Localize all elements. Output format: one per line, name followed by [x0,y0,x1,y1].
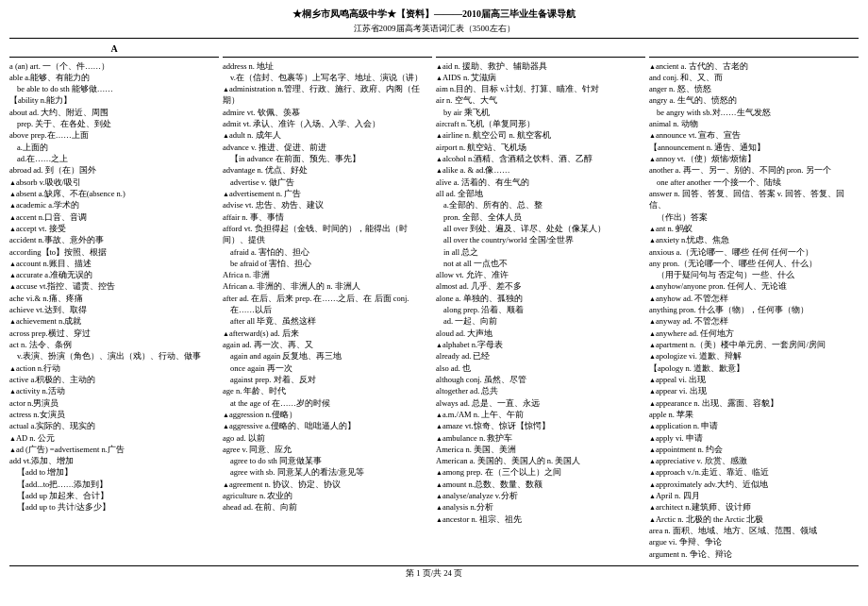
list-item: anger n. 怒、愤怒 [649,83,859,94]
list-item: a (an) art. 一（个、件……） [9,60,219,72]
list-item: ago ad. 以前 [223,432,432,444]
list-item: at the age of 在……岁的时候 [223,397,432,409]
list-item: ▲ant n. 蚂蚁 [649,223,859,234]
list-item: also ad. 也 [436,362,645,374]
list-item: actress n.女演员 [9,409,219,420]
list-item: admit vt. 承认、准许（入场、入学、入会） [223,118,432,129]
list-item: ▲AIDS n. 艾滋病 [436,72,645,83]
list-item: altogether ad. 总共 [436,385,645,396]
list-item: able a.能够、有能力的 [9,72,219,83]
list-item: ▲aggression n.侵略） [223,409,432,420]
list-item: ▲alphabet n.字母表 [436,339,645,350]
col1-header: A [9,42,219,58]
list-item: alone a. 单独的、孤独的 [436,293,645,304]
list-item: ▲analysis n.分析 [436,501,645,513]
list-item: angry a. 生气的、愤怒的 [649,94,859,106]
list-item: according【to】按照、根据 [9,246,219,258]
list-item: all over 到处、遍及、详尽、处处（像某人） [436,223,645,234]
list-item: admire vt. 钦佩、羡慕 [223,107,432,118]
list-item: v.在（信封、包裹等）上写名字、地址、演说（讲） [223,72,432,83]
list-item: answer n. 回答、答复、回信、答案 v. 回答、答复、回信、 [649,188,859,211]
list-item: ▲approximately adv.大约、近似地 [649,479,859,490]
list-item: （作出）答案 [649,211,859,223]
list-item: argue vi. 争辩、争论 [649,536,859,547]
list-item: ▲apartment n.（美）楼中单元房、一套房间/房间 [649,339,859,350]
col4-header [649,42,859,58]
list-item: ▲announce vt. 宣布、宣告 [649,129,859,141]
list-item: always ad. 总是、一直、永远 [436,397,645,409]
list-item: ▲administration n.管理、行政、施行、政府、内阁（任期） [223,83,432,107]
list-item: affair n. 事、事情 [223,211,432,223]
list-item: area n. 面积、地域、地方、区域、范围、领域 [649,525,859,536]
list-item: ▲application n. 申请 [649,420,859,431]
list-item: be able to do sth 能够做…… [9,83,219,94]
list-item: advertise v. 做广告 [223,177,432,188]
list-item: aircraft n.飞机（单复同形） [436,118,645,129]
list-item: all over the country/world 全国/全世界 [436,234,645,245]
list-item: agriculture n. 农业的 [223,490,432,501]
list-item: air n. 空气、大气 [436,94,645,106]
list-item: ▲airline n. 航空公司 n. 航空客机 [436,129,645,141]
list-item: across prep.横过、穿过 [9,328,219,339]
list-item: ▲annoy vt.（使）烦恼/烦恼】 [649,153,859,164]
list-item: ▲appeal vi. 出现 [649,374,859,385]
list-item: another a. 再一、另一、别的、不同的 pron. 另一个 [649,164,859,176]
list-item: 在……以后 [223,304,432,315]
list-item: ▲AD n. 公元 [9,432,219,444]
list-item: active a.积极的、主动的 [9,374,219,385]
list-item: ▲achievement n.成就 [9,315,219,327]
list-item: advise vt. 忠告、劝告、建议 [223,199,432,210]
list-item: any pron.（无论哪一个、哪些 任何人、什么） [649,258,859,269]
list-item: agree v. 同意、应允 [223,444,432,455]
list-item: 【add to 增加】 [9,466,219,478]
list-item: afford vt. 负担得起（金钱、时间的），能得出（时间）、提供 [223,223,432,246]
list-item: 【ability n.能力】 [9,94,219,106]
list-item: airport n. 航空站、飞机场 [436,142,645,153]
list-item: aloud ad. 大声地 [436,328,645,339]
list-item: ▲accurate a.准确无误的 [9,269,219,280]
list-item: Africa n. 非洲 [223,269,432,280]
list-item: ▲account n.账目、描述 [9,258,219,269]
list-item: be angry with sb.对……生气发怒 [649,107,859,118]
list-item: in all 总之 [436,246,645,258]
list-item: ▲amount n.总数、数量、数额 [436,479,645,490]
list-item: ▲afterward(s) ad. 后来 [223,328,432,339]
list-item: already ad. 已经 [436,350,645,362]
list-item: by air 乘飞机 [436,107,645,118]
list-item: once again 再一次 [223,362,432,374]
list-item: ▲academic a.学术的 [9,199,219,210]
list-item: ▲a.m./AM n. 上午、午前 [436,409,645,420]
list-item: ▲accent n.口音、音调 [9,211,219,223]
list-item: ad.在……之上 [9,153,219,164]
list-item: along prep. 沿着、顺着 [436,304,645,315]
list-item: allow vt. 允许、准许 [436,269,645,280]
list-item: a.全部的、所有的、总、整 [436,199,645,210]
list-item: ▲action n.行动 [9,362,219,374]
list-item: America n. 美国、美洲 [436,444,645,455]
list-item: African a. 非洲的、非洲人的 n. 非洲人 [223,280,432,292]
list-item: again and again 反复地、再三地 [223,350,432,362]
list-item: ▲alike a. & ad.像…… [436,164,645,176]
list-item: ▲anyway ad. 不管怎样 [649,315,859,327]
list-item: ▲anyhow/anyone pron. 任何人、无论谁 [649,280,859,292]
list-item: ahead ad. 在前、向前 [223,501,432,513]
list-item: 【add up 加起来、合计】 [9,490,219,501]
list-item: and conj. 和、又、而 [649,72,859,83]
list-item: ▲advertisement n. 广告 [223,188,432,199]
list-item: prep. 关于、在各处、到处 [9,118,219,129]
list-item: accident n.事故、意外的事 [9,234,219,245]
list-item: ▲anxiety n.忧虑、焦急 [649,234,859,245]
list-item: ▲accept vt. 接受 [9,223,219,234]
list-item: afraid a. 害怕的、担心 [223,246,432,258]
list-item: actor n.男演员 [9,397,219,409]
footer: 第 1 页/共 24 页 [9,565,859,580]
list-item: ▲amaze vt.惊奇、惊讶【惊愕】 [436,420,645,431]
list-item: actual a.实际的、现实的 [9,420,219,431]
list-item: achieve vt.达到、取得 [9,304,219,315]
list-item: ▲apologize vi. 道歉、辩解 [649,350,859,362]
list-item: abroad ad. 到（在）国外 [9,164,219,176]
list-item: ▲aid n. 援助、救护、辅助器具 [436,60,645,72]
list-item: anything pron. 什么事（物），任何事（物） [649,304,859,315]
col2-header [223,42,432,58]
list-item: after ad. 在后、后来 prep. 在……之后、在 后面 conj. [223,293,432,304]
